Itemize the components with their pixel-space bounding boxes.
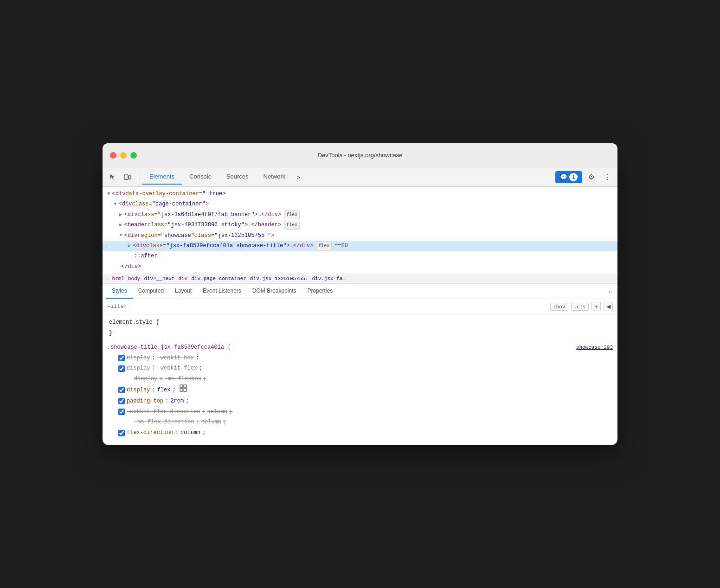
filter-bar: :hov .cls + ◀: [103, 299, 617, 314]
dom-line[interactable]: ::after: [103, 251, 617, 261]
toolbar-right: 💬 1 ⚙ ⋮: [555, 171, 614, 184]
devtools-window: DevTools - nextjs.org/showcase Elements …: [103, 143, 617, 445]
add-style-button[interactable]: +: [591, 302, 601, 311]
styles-tab-computed[interactable]: Computed: [133, 284, 169, 299]
dom-line[interactable]: ▶ <header class="jsx-1931733896 sticky">…: [103, 220, 617, 230]
dom-line[interactable]: ▼ <div region="showcase" class="jsx-1325…: [103, 230, 617, 241]
styles-tab-event-listeners[interactable]: Event Listeners: [197, 284, 247, 299]
svg-rect-4: [180, 389, 183, 391]
breadcrumb-div[interactable]: div: [178, 276, 187, 281]
devtools-toolbar: Elements Console Sources Network » 💬 1 ⚙…: [103, 167, 617, 187]
css-property-line: flex-direction : column ;: [107, 428, 613, 438]
filter-input[interactable]: [107, 303, 546, 310]
breadcrumb-html[interactable]: html: [112, 276, 124, 281]
element-style-selector: element.style {: [107, 317, 613, 328]
styles-panel: Styles Computed Layout Event Listeners D…: [103, 284, 617, 445]
minimize-button[interactable]: [120, 152, 127, 159]
filter-actions: :hov .cls + ◀: [550, 302, 613, 311]
breadcrumb-body[interactable]: body: [128, 276, 140, 281]
styles-tab-properties[interactable]: Properties: [302, 284, 339, 299]
inspect-element-button[interactable]: [106, 171, 119, 184]
window-title: DevTools - nextjs.org/showcase: [318, 152, 403, 159]
css-selector[interactable]: .showcase-title.jsx-fa8539efcca401a {: [107, 342, 231, 353]
breadcrumb-next[interactable]: div#__next: [144, 276, 174, 281]
close-button[interactable]: [110, 152, 116, 159]
svg-rect-5: [184, 389, 186, 391]
breadcrumb-more[interactable]: …: [106, 276, 109, 281]
dom-line[interactable]: ▼ <div data-overlay-container=" true >: [103, 189, 617, 199]
css-checkbox[interactable]: [118, 387, 125, 393]
svg-rect-3: [184, 385, 186, 388]
css-rules: element.style { } .showcase-title.jsx-fa…: [103, 314, 617, 445]
tab-sources[interactable]: Sources: [219, 169, 256, 185]
toggle-panel-button[interactable]: ◀: [604, 302, 613, 311]
tab-console[interactable]: Console: [182, 169, 219, 185]
flex-badge[interactable]: flex: [284, 221, 300, 230]
css-checkbox[interactable]: [118, 430, 125, 436]
element-style-rule: element.style { }: [107, 317, 613, 339]
css-checkbox[interactable]: [118, 355, 125, 361]
flex-badge[interactable]: flex: [316, 242, 332, 250]
traffic-lights: [110, 152, 137, 159]
css-property-line: display : -webkit-flex ;: [107, 363, 613, 374]
messages-count: 1: [569, 173, 578, 181]
tab-elements[interactable]: Elements: [142, 169, 182, 185]
title-bar: DevTools - nextjs.org/showcase: [103, 143, 617, 167]
dom-line[interactable]: </div>: [103, 262, 617, 272]
more-options-button[interactable]: ⋮: [601, 171, 614, 184]
breadcrumb-jsx-1325[interactable]: div.jsx-1325105755.: [250, 276, 308, 281]
styles-tabs: Styles Computed Layout Event Listeners D…: [103, 284, 617, 299]
styles-tab-dom-breakpoints[interactable]: DOM Breakpoints: [247, 284, 302, 299]
svg-rect-1: [129, 176, 131, 179]
css-property-line: -ms-flex-direction : column ;: [107, 417, 613, 428]
hov-filter-button[interactable]: :hov: [550, 303, 568, 311]
css-property-line: -webkit-flex-direction : column ;: [107, 407, 613, 417]
cls-filter-button[interactable]: .cls: [571, 303, 589, 311]
flex-badge[interactable]: flex: [284, 211, 300, 219]
breadcrumb-jsx-fa[interactable]: div.jsx-fa…: [312, 276, 346, 281]
dom-line[interactable]: ▼ <div class="page-container">: [103, 199, 617, 209]
toolbar-tabs: Elements Console Sources Network »: [142, 169, 555, 185]
settings-button[interactable]: ⚙: [585, 171, 598, 184]
toolbar-more-tabs[interactable]: »: [293, 172, 304, 183]
toolbar-icons: [106, 171, 134, 184]
tab-network[interactable]: Network: [256, 169, 293, 185]
maximize-button[interactable]: [130, 152, 137, 159]
css-source-link[interactable]: showcase:293: [576, 343, 613, 352]
css-checkbox[interactable]: [118, 398, 125, 404]
messages-icon: 💬: [560, 173, 567, 180]
element-style-closing: }: [107, 328, 613, 339]
dom-panel: ▼ <div data-overlay-container=" true > ▼…: [103, 187, 617, 274]
styles-tab-styles[interactable]: Styles: [106, 284, 133, 299]
dom-line[interactable]: ▶ <div class="jsx-3a64d1ae4f0f7fab banne…: [103, 210, 617, 220]
dom-line-selected[interactable]: … ▶ <div class="jsx-fa8539efcca401a show…: [103, 241, 617, 251]
toolbar-divider: [140, 173, 140, 182]
css-property-line: display : -ms-flexbox ;: [107, 374, 613, 384]
showcase-title-rule: .showcase-title.jsx-fa8539efcca401a { sh…: [107, 342, 613, 438]
rule-selector-line: .showcase-title.jsx-fa8539efcca401a { sh…: [107, 342, 613, 353]
css-checkbox[interactable]: [118, 409, 125, 415]
css-property-line: display : -webkit-box ;: [107, 353, 613, 364]
grid-icon[interactable]: [180, 384, 187, 396]
breadcrumb-bar: … html body div#__next div div.page-cont…: [103, 274, 617, 284]
css-checkbox[interactable]: [118, 365, 125, 372]
device-toggle-button[interactable]: [121, 171, 134, 184]
breadcrumb-overflow[interactable]: …: [349, 276, 353, 281]
styles-tab-layout[interactable]: Layout: [169, 284, 197, 299]
breadcrumb-page-container[interactable]: div.page-container: [191, 276, 246, 281]
css-property-line: display : flex ;: [107, 384, 613, 396]
messages-button[interactable]: 💬 1: [555, 171, 582, 183]
styles-tab-more[interactable]: »: [607, 284, 614, 299]
svg-rect-0: [124, 175, 128, 179]
css-property-line: padding-top : 2rem ;: [107, 396, 613, 407]
svg-rect-2: [180, 385, 183, 388]
